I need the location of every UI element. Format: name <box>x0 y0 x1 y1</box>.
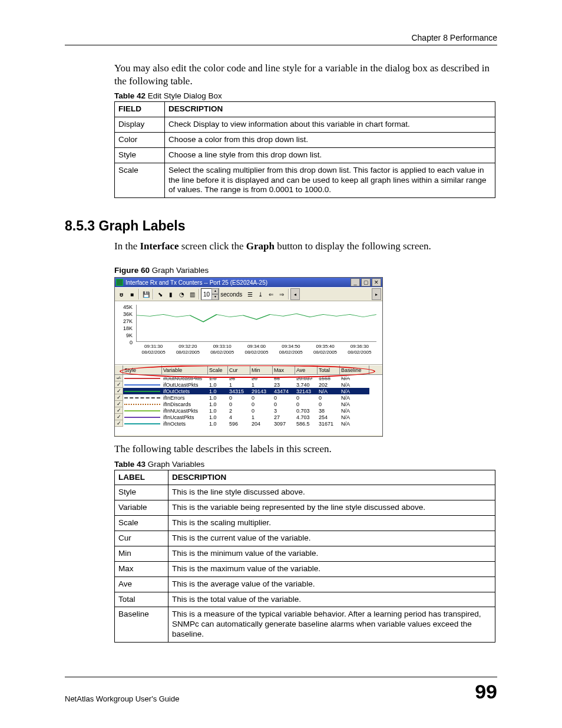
grid-row-checkbox[interactable]: ✓ <box>115 381 123 388</box>
save-icon[interactable]: 💾 <box>141 289 151 299</box>
prev-page-icon[interactable]: ⇐ <box>266 289 276 299</box>
grid-row-min: 1 <box>250 381 273 388</box>
grid-row-max: 56 <box>273 375 295 381</box>
grid-row[interactable]: ✓ifOutNUcastPkts1.026205629.0371568N/A <box>115 375 382 381</box>
grid-row[interactable]: ✓ifInDiscards1.000000N/A <box>115 401 382 407</box>
seconds-label: seconds <box>219 291 244 298</box>
grid-row-total: 0 <box>318 401 340 407</box>
grid-head-total[interactable]: Total <box>318 365 340 374</box>
scroll-right-icon[interactable]: ▸ <box>372 288 381 300</box>
grid-row[interactable]: ✓ifOutUcastPkts1.011233.740202N/A <box>115 381 382 388</box>
grid-row-cur: 0 <box>228 401 250 407</box>
figure60-caption-text: Graph Variables <box>150 266 209 275</box>
grid-row-scale: 1.0 <box>208 401 228 407</box>
grid-row-ave: 32143 <box>295 388 318 394</box>
grid-row-scale: 1.0 <box>208 381 228 388</box>
grid-row-scale: 1.0 <box>208 394 228 401</box>
grid-row-checkbox[interactable]: ✓ <box>115 388 123 394</box>
grid-head-max[interactable]: Max <box>273 365 295 374</box>
export-icon[interactable]: ⤓ <box>255 289 266 299</box>
table42-head-desc: DESCRIPTION <box>165 102 495 117</box>
grid-row-ave: 4.703 <box>295 414 318 420</box>
grid-row-variable: ifOutOctets <box>162 388 208 394</box>
grid-row-ave: 29.037 <box>295 375 318 381</box>
spinner-up-icon[interactable]: ▴ <box>211 288 219 294</box>
grid-row[interactable]: ✓ifOutOctets1.034315291434347432143N/AN/… <box>115 388 382 394</box>
grid-row[interactable]: ✓ifInOctets1.05962043097586.531671N/A <box>115 420 382 427</box>
table43-desc: This is the average value of the variabl… <box>168 577 495 592</box>
grid-row-variable: ifOutNUcastPkts <box>162 375 208 381</box>
grid-row-variable: ifOutUcastPkts <box>162 381 208 388</box>
grid-row-checkbox[interactable]: ✓ <box>115 401 123 407</box>
table43-desc: This is a measure of the typical variabl… <box>168 607 495 643</box>
table43-desc: This is the variable being represented b… <box>168 500 495 516</box>
line-chart-icon[interactable]: ⬊ <box>155 289 166 299</box>
window-close-button[interactable]: ✕ <box>372 278 381 286</box>
grid-head-scale[interactable]: Scale <box>208 365 228 374</box>
pie-chart-icon[interactable]: ◔ <box>176 289 187 299</box>
table43-desc: This is the maximum value of the variabl… <box>168 561 495 577</box>
table42-desc: Check Display to view information about … <box>165 117 495 133</box>
grid-row-style <box>123 407 162 414</box>
table-view-icon[interactable]: ☰ <box>244 289 255 299</box>
table43: LABEL DESCRIPTION StyleThis is the line … <box>114 470 495 643</box>
table43-head-desc: DESCRIPTION <box>168 470 495 485</box>
grid-head-variable[interactable]: Variable <box>162 365 208 374</box>
table43-label: Baseline <box>115 607 168 643</box>
stop-icon[interactable]: ■ <box>127 289 137 299</box>
table42-field: Display <box>115 117 165 133</box>
grid-row-checkbox[interactable]: ✓ <box>115 375 123 381</box>
grid-row-min: 204 <box>250 420 273 427</box>
footer-guide-name: NetAtlas Workgroup User's Guide <box>65 694 179 703</box>
toolbar: ʊ ■ 💾 ⬊ ▮ ◔ ▥ 10 ▴▾ seconds ☰ ⤓ ⇐ ⇒ <box>115 287 382 301</box>
grid-row-ave: 3.740 <box>295 381 318 388</box>
grid-row-checkbox[interactable]: ✓ <box>115 414 123 420</box>
grid-row-max: 43474 <box>273 388 295 394</box>
grid-row-style <box>123 420 162 427</box>
grid-head-cur[interactable]: Cur <box>228 365 250 374</box>
grid-row-checkbox[interactable]: ✓ <box>115 420 123 427</box>
grid-row-cur: 34315 <box>228 388 250 394</box>
grid-row-variable: ifInNUcastPkts <box>162 407 208 414</box>
grid-row-checkbox[interactable]: ✓ <box>115 407 123 414</box>
y-tick-label: 36K <box>118 311 133 318</box>
interval-spinner[interactable]: 10 ▴▾ <box>201 288 219 300</box>
spinner-down-icon[interactable]: ▾ <box>211 294 219 300</box>
grid-row-cur: 596 <box>228 420 250 427</box>
grid-row-scale: 1.0 <box>208 375 228 381</box>
window-maximize-button[interactable]: ▢ <box>361 278 371 286</box>
table43-head-label: LABEL <box>115 470 168 485</box>
stacked-chart-icon[interactable]: ▥ <box>187 289 197 299</box>
grid-row[interactable]: ✓ifInNUcastPkts1.02030.70338N/A <box>115 407 382 414</box>
next-page-icon[interactable]: ⇒ <box>276 289 287 299</box>
graph-word: Graph <box>246 241 275 252</box>
window-minimize-button[interactable]: _ <box>351 278 360 286</box>
grid-row[interactable]: ✓ifInErrors1.000000N/A <box>115 394 382 401</box>
window-title: Interface Rx and Tx Counters -- Port 25 … <box>125 279 267 286</box>
table43-label: Total <box>115 592 168 607</box>
table43-desc: This is the line style discussed above. <box>168 485 495 500</box>
scroll-left-icon[interactable]: ◂ <box>290 288 300 300</box>
grid-row-min: 0 <box>250 407 273 414</box>
grid-row-min: 0 <box>250 401 273 407</box>
table43-label: Ave <box>115 577 168 592</box>
table43-label: Min <box>115 546 168 561</box>
grid-row-min: 0 <box>250 394 273 401</box>
bar-chart-icon[interactable]: ▮ <box>166 289 176 299</box>
reset-icon[interactable]: ʊ <box>116 289 127 299</box>
window-app-icon <box>116 279 123 286</box>
grid-row-baseline: N/A <box>340 388 369 394</box>
grid-head-style[interactable]: Style <box>123 365 162 374</box>
grid-row-scale: 1.0 <box>208 388 228 394</box>
table-row: StyleChoose a line style from this drop … <box>115 147 495 163</box>
grid-row-total: 0 <box>318 394 340 401</box>
grid-row[interactable]: ✓ifInUcastPkts1.041274.703254N/A <box>115 414 382 420</box>
grid-head-min[interactable]: Min <box>250 365 273 374</box>
grid-head-baseline[interactable]: Baseline <box>340 365 369 374</box>
grid-row-style <box>123 394 162 401</box>
table43-desc: This is the minimum value of the variabl… <box>168 546 495 561</box>
grid-row-checkbox[interactable]: ✓ <box>115 394 123 401</box>
table-row: DisplayCheck Display to view information… <box>115 117 495 133</box>
grid-head-ave[interactable]: Ave <box>295 365 318 374</box>
table43-desc: This is the current value of the variabl… <box>168 531 495 546</box>
